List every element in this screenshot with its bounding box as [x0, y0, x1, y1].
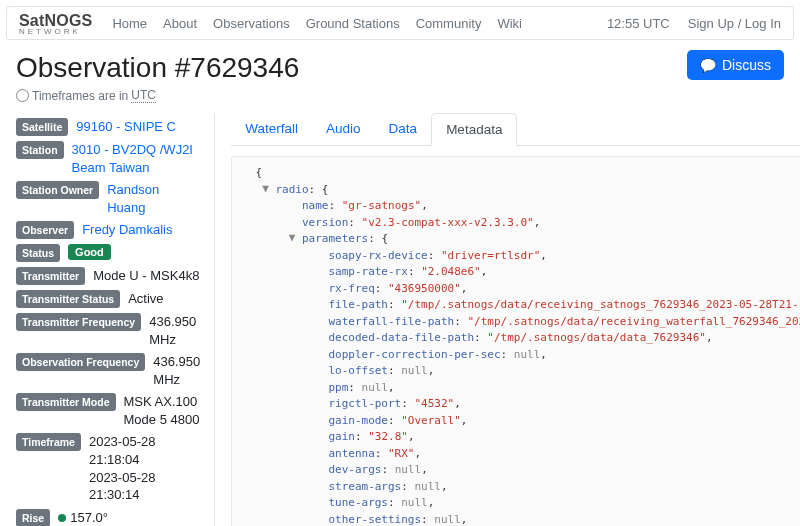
val-transmitter: Mode U - MSK4k8 [93, 267, 199, 285]
tab-audio[interactable]: Audio [312, 113, 375, 145]
status-badge[interactable]: Good [68, 244, 111, 260]
val-tx-status: Active [128, 290, 163, 308]
lbl-tx-status: Transmitter Status [16, 290, 120, 308]
tab-data[interactable]: Data [375, 113, 432, 145]
lbl-observer: Observer [16, 221, 74, 239]
nav-ground-stations[interactable]: Ground Stations [306, 16, 400, 31]
brand-bottom: NETWORK [19, 30, 92, 34]
tab-waterfall[interactable]: Waterfall [231, 113, 312, 145]
lbl-tx-mode: Transmitter Mode [16, 393, 116, 411]
lbl-rise: Rise [16, 509, 50, 526]
val-owner[interactable]: Randson Huang [107, 181, 200, 216]
nav-wiki[interactable]: Wiki [497, 16, 522, 31]
lbl-satellite: Satellite [16, 118, 68, 136]
val-observer[interactable]: Fredy Damkalis [82, 221, 172, 239]
main-content: Waterfall Audio Data Metadata { ▼ radio:… [214, 113, 800, 526]
lbl-obs-freq: Observation Frequency [16, 353, 145, 371]
val-timeframe: 2023-05-28 21:18:042023-05-28 21:30:14 [89, 433, 200, 503]
tf-note-utc: UTC [131, 88, 156, 103]
tab-metadata[interactable]: Metadata [431, 113, 517, 146]
val-obs-freq: 436.950 MHz [153, 353, 200, 388]
discuss-button[interactable]: Discuss [687, 50, 784, 80]
nav-links: Home About Observations Ground Stations … [112, 16, 522, 31]
nav-community[interactable]: Community [416, 16, 482, 31]
brand-logo[interactable]: SatNOGS NETWORK [19, 12, 92, 34]
tf-note-text: Timeframes are in [32, 89, 128, 103]
discuss-label: Discuss [722, 57, 771, 73]
lbl-station: Station [16, 141, 64, 159]
val-satellite[interactable]: 99160 - SNIPE C [76, 118, 176, 136]
val-tx-freq: 436.950 MHz [149, 313, 200, 348]
details-sidebar: Satellite99160 - SNIPE C Station3010 - B… [16, 113, 200, 526]
nav-home[interactable]: Home [112, 16, 147, 31]
lbl-tx-freq: Transmitter Frequency [16, 313, 141, 331]
val-station[interactable]: 3010 - BV2DQ /WJ2I Beam Taiwan [72, 141, 201, 176]
val-tx-mode: MSK AX.100 Mode 5 4800 [124, 393, 201, 428]
tab-bar: Waterfall Audio Data Metadata [231, 113, 800, 146]
lbl-timeframe: Timeframe [16, 433, 81, 451]
metadata-json-viewer[interactable]: { ▼ radio: { name: "gr-satnogs", version… [231, 156, 800, 526]
signup-login-link[interactable]: Sign Up / Log In [688, 16, 781, 31]
rise-dot-icon [58, 514, 66, 522]
lbl-owner: Station Owner [16, 181, 99, 199]
page-title: Observation #7629346 [16, 52, 784, 84]
main-navbar: SatNOGS NETWORK Home About Observations … [6, 6, 794, 40]
utc-clock: 12:55 UTC [607, 16, 670, 31]
nav-observations[interactable]: Observations [213, 16, 290, 31]
nav-about[interactable]: About [163, 16, 197, 31]
timeframe-notice: Timeframes are in UTC [16, 88, 784, 103]
lbl-transmitter: Transmitter [16, 267, 85, 285]
val-rise: 157.0° [58, 509, 108, 526]
lbl-status: Status [16, 244, 60, 262]
chat-icon [700, 57, 716, 73]
clock-icon [16, 89, 29, 102]
